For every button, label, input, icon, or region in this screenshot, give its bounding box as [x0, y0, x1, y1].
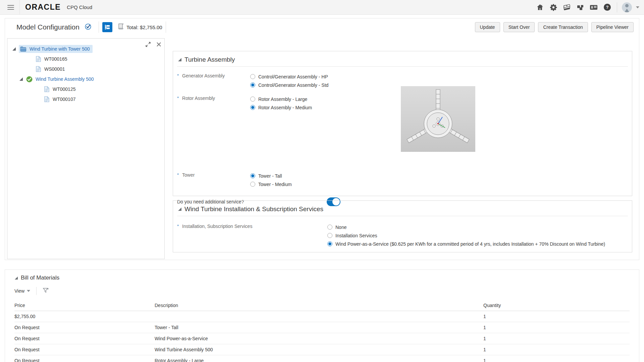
tree-item-label[interactable]: WT000107: [53, 97, 75, 102]
configuration-toolbar: Model Configuration Total: $2,755.00: [5, 18, 639, 36]
app-name: CPQ Cloud: [67, 4, 92, 10]
user-avatar[interactable]: [622, 2, 632, 12]
radio-label[interactable]: Control/Generator Assembly - HP: [258, 74, 328, 79]
expand-panel-icon[interactable]: [145, 41, 151, 47]
price-stack-icon[interactable]: [562, 2, 572, 12]
required-asterisk: *: [177, 73, 179, 89]
close-panel-icon[interactable]: [156, 41, 162, 47]
section-collapse-icon[interactable]: [178, 58, 182, 62]
radio-option[interactable]: Rotor Assembly - Large: [250, 95, 312, 103]
radio-icon[interactable]: [250, 182, 255, 187]
column-header-quantity[interactable]: Quantity: [483, 303, 630, 308]
bom-toolbar-divider: [36, 287, 37, 295]
tree-item-label[interactable]: Wind Turbine with Tower 500: [30, 46, 90, 52]
radio-icon[interactable]: [250, 97, 255, 102]
radio-label[interactable]: Tower - Medium: [258, 182, 292, 187]
oracle-logo: ORACLE: [25, 3, 61, 12]
column-header-price[interactable]: Price: [14, 303, 155, 308]
model-tree-view-button[interactable]: [102, 22, 112, 32]
cell-quantity: 1: [483, 358, 630, 362]
table-row[interactable]: On Request Wind Power-as-a-Service 1: [14, 333, 630, 344]
table-row[interactable]: $2,755.00 1: [14, 311, 630, 322]
document-icon: [36, 66, 41, 72]
model-tree-panel: Wind Turbine with Tower 500 WT000165 WS0…: [7, 38, 165, 259]
tree-item-assembly[interactable]: Wind Turbine Assembly 500: [7, 74, 164, 84]
radio-icon-selected[interactable]: [250, 82, 255, 87]
radio-label[interactable]: Control/Generator Assembly - Std: [258, 82, 328, 88]
radio-option[interactable]: Control/Generator Assembly - HP: [250, 72, 328, 81]
folder-icon: [20, 46, 26, 52]
create-transaction-button[interactable]: Create Transaction: [538, 22, 588, 32]
user-menu-caret-icon[interactable]: [636, 6, 639, 8]
tree-item[interactable]: WS00001: [7, 64, 164, 74]
pipeline-viewer-button[interactable]: Pipeline Viewer: [591, 22, 634, 32]
tree-item-label[interactable]: WS00001: [44, 66, 65, 72]
update-button[interactable]: Update: [475, 22, 500, 32]
tree-expander-icon[interactable]: [12, 47, 16, 51]
radio-label[interactable]: Installation Services: [335, 233, 377, 238]
document-icon: [44, 86, 49, 92]
radio-icon-selected[interactable]: [327, 241, 332, 246]
help-icon[interactable]: ?: [602, 2, 612, 12]
cell-quantity: 1: [483, 325, 630, 330]
section-collapse-icon[interactable]: [178, 207, 182, 211]
tree-item[interactable]: WT000107: [7, 94, 164, 104]
contact-card-icon[interactable]: [589, 2, 599, 12]
configuration-card: Model Configuration Total: $2,755.00: [5, 18, 639, 260]
view-menu-label[interactable]: View: [14, 288, 24, 294]
radio-option[interactable]: Rotor Assembly - Medium: [250, 103, 312, 112]
table-row[interactable]: On Request Rotor Assembly - Large 1: [14, 355, 630, 362]
cell-price: On Request: [14, 347, 155, 352]
tree-item-label[interactable]: WT000125: [53, 86, 75, 92]
radio-option[interactable]: Tower - Medium: [250, 180, 292, 188]
cell-quantity: 1: [483, 336, 630, 341]
table-row[interactable]: On Request Tower - Tall 1: [14, 322, 630, 333]
radio-icon[interactable]: [327, 233, 332, 238]
radio-label[interactable]: Rotor Assembly - Large: [258, 97, 307, 102]
radio-label[interactable]: Wind Power-as-a-Service ($0.625 per KWh …: [335, 241, 605, 247]
field-label: Installation, Subscription Services: [182, 224, 252, 248]
validated-check-icon: [85, 23, 91, 31]
section-collapse-icon[interactable]: [14, 276, 18, 280]
add-filter-icon[interactable]: [43, 287, 49, 295]
tree-expander-icon[interactable]: [19, 77, 23, 81]
tree-item-label[interactable]: WT000165: [44, 56, 67, 62]
radio-icon-selected[interactable]: [250, 173, 255, 178]
tower-field: * Tower Tower - Tall Tower - Medium: [177, 172, 628, 188]
integrations-blocks-icon[interactable]: [575, 2, 585, 12]
tree-item-root[interactable]: Wind Turbine with Tower 500: [7, 44, 164, 54]
bom-table: Price Description Quantity $2,755.00 1 O…: [14, 300, 630, 362]
cell-description: Wind Power-as-a-Service: [155, 336, 483, 341]
view-menu-button[interactable]: View: [14, 288, 30, 294]
menu-hamburger-icon[interactable]: [7, 5, 14, 10]
radio-option[interactable]: None: [327, 223, 605, 231]
radio-option[interactable]: Tower - Tall: [250, 172, 292, 180]
tree-item-label[interactable]: Wind Turbine Assembly 500: [36, 76, 94, 82]
table-row[interactable]: On Request Wind Turbine Assembly 500 1: [14, 344, 630, 355]
column-header-description[interactable]: Description: [155, 303, 483, 308]
bill-of-materials-card: Bill of Materials View Price Description…: [5, 269, 639, 362]
configured-check-icon: [26, 76, 33, 82]
radio-option[interactable]: Control/Generator Assembly - Std: [250, 81, 328, 89]
start-over-button[interactable]: Start Over: [503, 22, 535, 32]
page-title: Model Configuration: [16, 23, 79, 31]
total-receipt-icon: [118, 23, 124, 31]
radio-icon[interactable]: [250, 74, 255, 79]
field-label: Generator Assembly: [182, 73, 225, 89]
radio-label[interactable]: None: [335, 225, 346, 230]
radio-icon-selected[interactable]: [250, 105, 255, 110]
document-icon: [36, 56, 41, 62]
section-title: Wind Turbine Installation & Subscription…: [184, 205, 323, 213]
cell-price: On Request: [14, 325, 155, 330]
home-icon[interactable]: [535, 2, 545, 12]
tree-item[interactable]: WT000125: [7, 84, 164, 94]
radio-option[interactable]: Wind Power-as-a-Service ($0.625 per KWh …: [327, 240, 605, 248]
radio-label[interactable]: Rotor Assembly - Medium: [258, 105, 312, 110]
radio-icon[interactable]: [327, 225, 332, 230]
cell-description: Wind Turbine Assembly 500: [155, 347, 483, 352]
radio-option[interactable]: Installation Services: [327, 231, 605, 240]
radio-label[interactable]: Tower - Tall: [258, 173, 282, 179]
required-asterisk: *: [177, 96, 179, 166]
tree-item[interactable]: WT000165: [7, 54, 164, 64]
settings-gear-icon[interactable]: [548, 2, 558, 12]
